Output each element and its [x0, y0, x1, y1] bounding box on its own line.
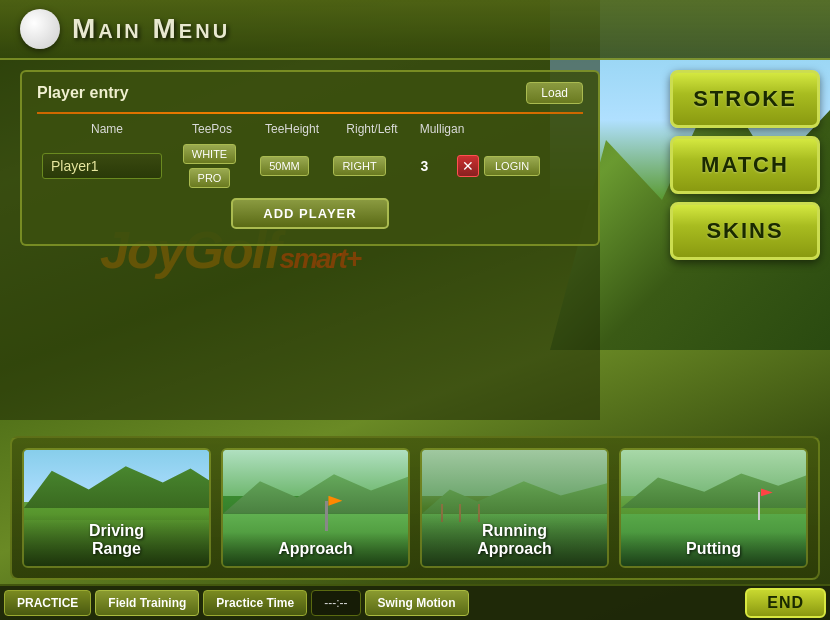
practice-time-tab[interactable]: Practice Time	[203, 590, 307, 616]
player-entry-panel: Player entry Load Name TeePos TeeHeight …	[20, 70, 600, 246]
teepos-pro-btn[interactable]: PRO	[189, 168, 231, 188]
load-button[interactable]: Load	[526, 82, 583, 104]
teeheight-btn[interactable]: 50MM	[260, 156, 309, 176]
player-table-header: Name TeePos TeeHeight Right/Left Mulliga…	[37, 122, 583, 136]
col-header-mulligan: Mulligan	[412, 122, 472, 136]
swing-motion-tab[interactable]: Swing Motion	[365, 590, 469, 616]
putting-card[interactable]: Putting	[619, 448, 808, 568]
login-btn[interactable]: LOGIN	[484, 156, 540, 176]
skins-button[interactable]: SKINS	[670, 202, 820, 260]
mulligan-value: 3	[411, 155, 439, 177]
player-entry-title: Player entry	[37, 84, 129, 102]
game-mode-buttons: STROKE MATCH SKINS	[670, 70, 820, 260]
delete-player-btn[interactable]: ✕	[457, 155, 479, 177]
player-row: WHITE PRO 50MM RIGHT 3 ✕ LOGIN	[37, 142, 583, 190]
player-name-input[interactable]	[42, 153, 162, 179]
running-approach-card[interactable]: Running Approach	[420, 448, 609, 568]
stroke-button[interactable]: STROKE	[670, 70, 820, 128]
approach-card[interactable]: Approach	[221, 448, 410, 568]
rightleft-column: RIGHT	[322, 154, 397, 178]
teeheight-column: 50MM	[247, 154, 322, 178]
rightleft-btn[interactable]: RIGHT	[333, 156, 385, 176]
teepos-column: WHITE PRO	[172, 142, 247, 190]
end-button[interactable]: END	[745, 588, 826, 618]
driving-range-card[interactable]: Driving Range	[22, 448, 211, 568]
add-player-button[interactable]: ADD PLAYER	[231, 198, 388, 229]
col-header-name: Name	[42, 122, 172, 136]
header: Main Menu	[0, 0, 830, 60]
teepos-white-btn[interactable]: WHITE	[183, 144, 236, 164]
golf-ball-icon	[20, 9, 60, 49]
practice-section: Driving Range Approach	[10, 436, 820, 580]
bottom-bar: PRACTICE Field Training Practice Time --…	[0, 584, 830, 620]
col-header-teepos: TeePos	[172, 122, 252, 136]
main-menu-title: Main Menu	[72, 13, 230, 45]
mulligan-column: 3	[397, 155, 452, 177]
running-approach-label: Running Approach	[422, 514, 607, 566]
match-button[interactable]: MATCH	[670, 136, 820, 194]
player-entry-header: Player entry Load	[37, 82, 583, 104]
col-header-teeheight: TeeHeight	[252, 122, 332, 136]
flag-pole	[325, 501, 328, 531]
driving-range-label: Driving Range	[24, 514, 209, 566]
field-training-tab[interactable]: Field Training	[95, 590, 199, 616]
putting-pin	[758, 492, 760, 520]
approach-label: Approach	[223, 532, 408, 566]
putting-label: Putting	[621, 532, 806, 566]
practice-tab[interactable]: PRACTICE	[4, 590, 91, 616]
time-display: ---:--	[311, 590, 360, 616]
divider	[37, 112, 583, 114]
col-header-rightleft: Right/Left	[332, 122, 412, 136]
